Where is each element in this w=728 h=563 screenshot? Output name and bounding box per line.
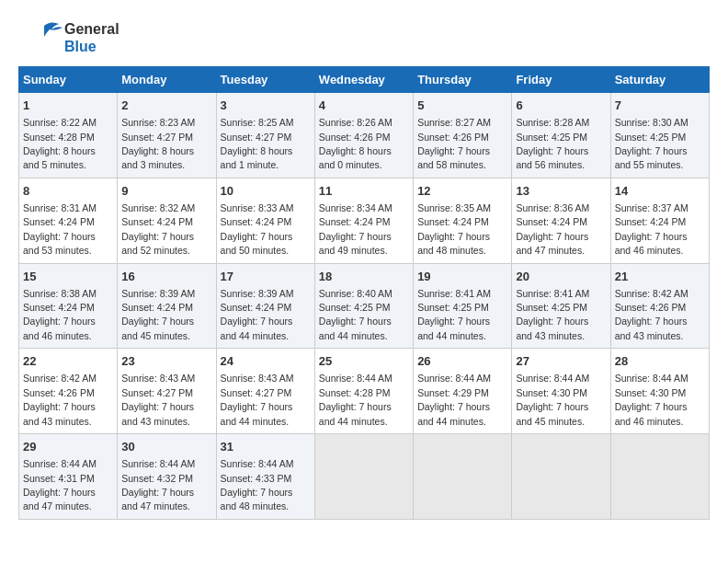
cell-info: Sunrise: 8:33 AMSunset: 4:24 PMDaylight:… <box>221 202 294 256</box>
day-number: 20 <box>516 269 606 285</box>
cell-info: Sunrise: 8:41 AMSunset: 4:25 PMDaylight:… <box>417 288 491 341</box>
week-row-3: 15Sunrise: 8:38 AMSunset: 4:24 PMDayligh… <box>19 263 710 349</box>
cell-info: Sunrise: 8:42 AMSunset: 4:26 PMDaylight:… <box>615 288 688 341</box>
calendar-cell: 17Sunrise: 8:39 AMSunset: 4:24 PMDayligh… <box>216 263 314 349</box>
header-row: SundayMondayTuesdayWednesdayThursdayFrid… <box>19 67 710 93</box>
day-number: 22 <box>23 353 113 370</box>
cell-info: Sunrise: 8:32 AMSunset: 4:24 PMDaylight:… <box>121 202 195 256</box>
day-number: 9 <box>121 183 211 200</box>
calendar-cell: 1Sunrise: 8:22 AMSunset: 4:28 PMDaylight… <box>19 93 118 178</box>
cell-info: Sunrise: 8:35 AMSunset: 4:24 PMDaylight:… <box>417 202 491 256</box>
day-number: 29 <box>23 439 113 455</box>
calendar-cell: 23Sunrise: 8:43 AMSunset: 4:27 PMDayligh… <box>118 349 216 434</box>
day-number: 4 <box>319 98 409 114</box>
cell-info: Sunrise: 8:44 AMSunset: 4:33 PMDaylight:… <box>221 458 294 511</box>
day-number: 31 <box>221 439 311 455</box>
day-number: 3 <box>221 98 311 114</box>
day-number: 2 <box>121 98 211 114</box>
page-header: General Blue <box>18 18 710 57</box>
calendar-cell <box>314 434 413 520</box>
cell-info: Sunrise: 8:43 AMSunset: 4:27 PMDaylight:… <box>221 373 294 426</box>
cell-info: Sunrise: 8:42 AMSunset: 4:26 PMDaylight:… <box>23 373 97 426</box>
calendar-cell: 13Sunrise: 8:36 AMSunset: 4:24 PMDayligh… <box>512 178 610 263</box>
week-row-4: 22Sunrise: 8:42 AMSunset: 4:26 PMDayligh… <box>19 349 710 434</box>
calendar-cell: 27Sunrise: 8:44 AMSunset: 4:30 PMDayligh… <box>512 349 610 434</box>
calendar-cell: 11Sunrise: 8:34 AMSunset: 4:24 PMDayligh… <box>314 178 413 263</box>
calendar-cell: 29Sunrise: 8:44 AMSunset: 4:31 PMDayligh… <box>19 434 118 520</box>
calendar-cell: 25Sunrise: 8:44 AMSunset: 4:28 PMDayligh… <box>314 349 413 434</box>
header-cell-thursday: Thursday <box>414 67 512 93</box>
cell-info: Sunrise: 8:39 AMSunset: 4:24 PMDaylight:… <box>121 288 195 341</box>
calendar-cell: 10Sunrise: 8:33 AMSunset: 4:24 PMDayligh… <box>216 178 314 263</box>
cell-info: Sunrise: 8:40 AMSunset: 4:25 PMDaylight:… <box>319 288 392 341</box>
cell-info: Sunrise: 8:30 AMSunset: 4:25 PMDaylight:… <box>615 117 688 170</box>
cell-info: Sunrise: 8:37 AMSunset: 4:24 PMDaylight:… <box>615 202 688 256</box>
calendar-cell: 6Sunrise: 8:28 AMSunset: 4:25 PMDaylight… <box>512 93 610 178</box>
cell-info: Sunrise: 8:44 AMSunset: 4:29 PMDaylight:… <box>417 373 491 426</box>
logo-text-blue: Blue <box>64 38 119 55</box>
cell-info: Sunrise: 8:44 AMSunset: 4:32 PMDaylight:… <box>121 458 195 511</box>
cell-info: Sunrise: 8:26 AMSunset: 4:26 PMDaylight:… <box>319 117 392 170</box>
calendar-cell: 4Sunrise: 8:26 AMSunset: 4:26 PMDaylight… <box>314 93 413 178</box>
day-number: 1 <box>23 98 113 114</box>
logo-bird-icon <box>18 18 64 57</box>
day-number: 23 <box>121 353 211 370</box>
calendar-cell: 30Sunrise: 8:44 AMSunset: 4:32 PMDayligh… <box>118 434 216 520</box>
calendar-cell <box>512 434 610 520</box>
calendar-cell: 24Sunrise: 8:43 AMSunset: 4:27 PMDayligh… <box>216 349 314 434</box>
cell-info: Sunrise: 8:23 AMSunset: 4:27 PMDaylight:… <box>121 117 195 170</box>
day-number: 8 <box>23 183 113 200</box>
logo: General Blue <box>18 18 119 57</box>
header-cell-saturday: Saturday <box>610 67 709 93</box>
cell-info: Sunrise: 8:22 AMSunset: 4:28 PMDaylight:… <box>23 117 97 170</box>
day-number: 26 <box>417 353 507 370</box>
day-number: 16 <box>121 269 211 285</box>
day-number: 11 <box>319 183 409 200</box>
day-number: 14 <box>615 183 705 200</box>
day-number: 7 <box>615 98 705 114</box>
cell-info: Sunrise: 8:41 AMSunset: 4:25 PMDaylight:… <box>516 288 589 341</box>
calendar-cell: 12Sunrise: 8:35 AMSunset: 4:24 PMDayligh… <box>414 178 512 263</box>
cell-info: Sunrise: 8:44 AMSunset: 4:31 PMDaylight:… <box>23 458 97 511</box>
header-cell-friday: Friday <box>512 67 610 93</box>
calendar-cell: 9Sunrise: 8:32 AMSunset: 4:24 PMDaylight… <box>118 178 216 263</box>
cell-info: Sunrise: 8:38 AMSunset: 4:24 PMDaylight:… <box>23 288 97 341</box>
logo-text-general: General <box>64 20 119 38</box>
logo-container: General Blue <box>18 18 119 57</box>
cell-info: Sunrise: 8:44 AMSunset: 4:30 PMDaylight:… <box>516 373 589 426</box>
day-number: 24 <box>221 353 311 370</box>
cell-info: Sunrise: 8:43 AMSunset: 4:27 PMDaylight:… <box>121 373 195 426</box>
cell-info: Sunrise: 8:27 AMSunset: 4:26 PMDaylight:… <box>417 117 491 170</box>
calendar-cell <box>610 434 709 520</box>
day-number: 15 <box>23 269 113 285</box>
header-cell-tuesday: Tuesday <box>216 67 314 93</box>
calendar-cell: 20Sunrise: 8:41 AMSunset: 4:25 PMDayligh… <box>512 263 610 349</box>
calendar-cell: 14Sunrise: 8:37 AMSunset: 4:24 PMDayligh… <box>610 178 709 263</box>
week-row-1: 1Sunrise: 8:22 AMSunset: 4:28 PMDaylight… <box>19 93 710 178</box>
day-number: 27 <box>516 353 606 370</box>
calendar-cell: 18Sunrise: 8:40 AMSunset: 4:25 PMDayligh… <box>314 263 413 349</box>
day-number: 5 <box>417 98 507 114</box>
calendar-cell: 22Sunrise: 8:42 AMSunset: 4:26 PMDayligh… <box>19 349 118 434</box>
cell-info: Sunrise: 8:44 AMSunset: 4:30 PMDaylight:… <box>615 373 688 426</box>
calendar-cell: 5Sunrise: 8:27 AMSunset: 4:26 PMDaylight… <box>414 93 512 178</box>
cell-info: Sunrise: 8:34 AMSunset: 4:24 PMDaylight:… <box>319 202 392 256</box>
calendar-table: SundayMondayTuesdayWednesdayThursdayFrid… <box>18 66 710 520</box>
cell-info: Sunrise: 8:39 AMSunset: 4:24 PMDaylight:… <box>221 288 294 341</box>
calendar-cell: 19Sunrise: 8:41 AMSunset: 4:25 PMDayligh… <box>414 263 512 349</box>
calendar-cell: 15Sunrise: 8:38 AMSunset: 4:24 PMDayligh… <box>19 263 118 349</box>
calendar-cell: 26Sunrise: 8:44 AMSunset: 4:29 PMDayligh… <box>414 349 512 434</box>
day-number: 19 <box>417 269 507 285</box>
day-number: 18 <box>319 269 409 285</box>
day-number: 12 <box>417 183 507 200</box>
week-row-2: 8Sunrise: 8:31 AMSunset: 4:24 PMDaylight… <box>19 178 710 263</box>
cell-info: Sunrise: 8:25 AMSunset: 4:27 PMDaylight:… <box>221 117 294 170</box>
calendar-cell: 21Sunrise: 8:42 AMSunset: 4:26 PMDayligh… <box>610 263 709 349</box>
calendar-cell: 16Sunrise: 8:39 AMSunset: 4:24 PMDayligh… <box>118 263 216 349</box>
cell-info: Sunrise: 8:36 AMSunset: 4:24 PMDaylight:… <box>516 202 589 256</box>
calendar-cell: 28Sunrise: 8:44 AMSunset: 4:30 PMDayligh… <box>610 349 709 434</box>
header-cell-wednesday: Wednesday <box>314 67 413 93</box>
day-number: 17 <box>221 269 311 285</box>
week-row-5: 29Sunrise: 8:44 AMSunset: 4:31 PMDayligh… <box>19 434 710 520</box>
day-number: 25 <box>319 353 409 370</box>
